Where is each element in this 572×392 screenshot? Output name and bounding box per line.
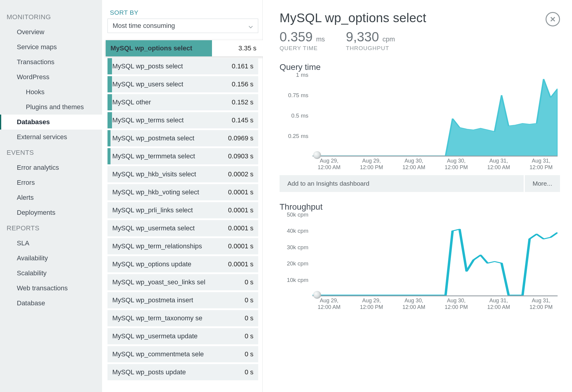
chart-ytick: 0.75 ms	[288, 92, 308, 99]
query-row-label: MySQL wp_term_relationships	[112, 242, 202, 250]
chart-ytick: 0.5 ms	[291, 112, 308, 119]
sidebar-item-errors[interactable]: Errors	[0, 175, 102, 190]
sidebar-item-overview[interactable]: Overview	[0, 25, 102, 40]
chart-ytick: 20k cpm	[287, 260, 308, 267]
query-row-value: 0.156 s	[232, 80, 253, 88]
sidebar-item-database[interactable]: Database	[0, 296, 102, 311]
query-row-value: 0.145 s	[232, 116, 253, 124]
query-time-chart-title: Query time	[280, 62, 560, 72]
sidebar-item-scalability[interactable]: Scalability	[0, 266, 102, 281]
chart-xtick: Aug 29,12:00 PM	[355, 298, 388, 311]
chart-xtick: Aug 29,12:00 PM	[355, 158, 388, 171]
sidebar-item-service-maps[interactable]: Service maps	[0, 40, 102, 55]
sidebar-item-deployments[interactable]: Deployments	[0, 205, 102, 220]
close-button[interactable]	[546, 12, 560, 26]
sidebar-item-web-transactions[interactable]: Web transactions	[0, 281, 102, 296]
query-row-bar	[107, 148, 110, 164]
query-row[interactable]: MySQL wp_commentmeta sele0 s	[107, 346, 258, 362]
chart-ytick: 1 ms	[296, 72, 308, 78]
query-row[interactable]: MySQL wp_yoast_seo_links sel0 s	[107, 274, 258, 290]
query-row-bar	[107, 130, 110, 146]
query-row-value: 0.0001 s	[228, 188, 253, 196]
sidebar-item-hooks[interactable]: Hooks	[0, 85, 102, 100]
query-row-value: 0 s	[245, 332, 253, 340]
query-row[interactable]: MySQL wp_terms select0.145 s	[107, 112, 258, 128]
query-row[interactable]: MySQL other0.152 s	[107, 94, 258, 110]
query-row-bar	[107, 94, 112, 110]
metric-throughput-value: 9,330	[346, 29, 379, 44]
insights-more-button[interactable]: More...	[525, 175, 560, 192]
query-row-label: MySQL wp_termmeta select	[112, 152, 195, 160]
query-row-label: MySQL wp_postmeta insert	[112, 296, 193, 304]
chart-xtick: Aug 29,12:00 AM	[313, 298, 346, 311]
query-row-label: MySQL wp_posts select	[112, 62, 183, 70]
sidebar-item-error-analytics[interactable]: Error analytics	[0, 160, 102, 175]
sidebar: MONITORINGOverviewService mapsTransactio…	[0, 0, 102, 392]
metric-throughput: 9,330 cpm THROUGHPUT	[346, 29, 395, 52]
query-time-chart: 1 ms0.75 ms0.5 ms0.25 ms Aug 29,12:00 AM…	[280, 75, 560, 171]
query-row-value: 0.0002 s	[228, 170, 253, 178]
query-row[interactable]: MySQL wp_hkb_visits select0.0002 s	[107, 166, 258, 182]
sort-by-select[interactable]: Most time consuming	[107, 19, 258, 33]
query-row-label: MySQL wp_posts update	[112, 368, 186, 376]
metric-query-time-unit: ms	[316, 35, 325, 43]
chart-ytick: 30k cpm	[287, 244, 308, 251]
query-row-label: MySQL wp_users select	[112, 80, 183, 88]
chart-ytick: 10k cpm	[287, 277, 308, 283]
query-row-value: 3.35 s	[238, 44, 256, 52]
chart-xtick: Aug 30,12:00 PM	[440, 298, 473, 311]
throughput-chart-title: Throughput	[280, 202, 560, 212]
sidebar-item-transactions[interactable]: Transactions	[0, 55, 102, 70]
query-row[interactable]: MySQL wp_posts update0 s	[107, 364, 258, 380]
sidebar-group-title: REPORTS	[0, 220, 102, 236]
sidebar-item-sla[interactable]: SLA	[0, 236, 102, 251]
sort-by-label: SORT BY	[107, 9, 258, 16]
query-row[interactable]: MySQL wp_prli_links select0.0001 s	[107, 202, 258, 218]
chart-xtick: Aug 29,12:00 AM	[313, 158, 346, 171]
metric-throughput-unit: cpm	[383, 35, 395, 43]
query-row[interactable]: MySQL wp_usermeta select0.0001 s	[107, 220, 258, 236]
query-row[interactable]: MySQL wp_options select3.35 s	[106, 40, 264, 56]
query-row-value: 0 s	[245, 296, 253, 304]
metric-query-time: 0.359 ms QUERY TIME	[280, 29, 325, 52]
metric-query-time-value: 0.359	[280, 29, 313, 44]
sort-by-value: Most time consuming	[113, 22, 175, 30]
add-to-insights-button[interactable]: Add to an Insights dashboard	[280, 175, 524, 192]
query-row[interactable]: MySQL wp_posts select0.161 s	[107, 58, 258, 74]
query-row[interactable]: MySQL wp_usermeta update0 s	[107, 328, 258, 344]
query-row[interactable]: MySQL wp_postmeta select0.0969 s	[107, 130, 258, 146]
query-row-label: MySQL wp_term_taxonomy se	[112, 314, 202, 322]
query-row[interactable]: MySQL wp_users select0.156 s	[107, 76, 258, 92]
query-row[interactable]: MySQL wp_postmeta insert0 s	[107, 292, 258, 308]
query-row-label: MySQL wp_yoast_seo_links sel	[112, 278, 205, 286]
sidebar-item-databases[interactable]: Databases	[0, 115, 102, 130]
chart-xtick: Aug 30,12:00 AM	[397, 298, 430, 311]
sidebar-item-external-services[interactable]: External services	[0, 130, 102, 145]
query-row-label: MySQL wp_usermeta select	[112, 224, 195, 232]
metric-throughput-label: THROUGHPUT	[346, 45, 395, 52]
sidebar-item-availability[interactable]: Availability	[0, 251, 102, 266]
insights-bar: Add to an Insights dashboard More...	[280, 175, 560, 192]
sidebar-group-title: MONITORING	[0, 9, 102, 25]
detail-panel: MySQL wp_options select 0.359 ms QUERY T…	[263, 0, 572, 392]
query-row-bar	[107, 76, 112, 92]
throughput-chart: 50k cpm40k cpm30k cpm20k cpm10k cpm Aug …	[280, 215, 560, 311]
query-row[interactable]: MySQL wp_options update0.0001 s	[107, 256, 258, 272]
summary-metrics: 0.359 ms QUERY TIME 9,330 cpm THROUGHPUT	[280, 29, 560, 52]
query-row-value: 0.0001 s	[228, 206, 253, 214]
sidebar-item-plugins-and-themes[interactable]: Plugins and themes	[0, 100, 102, 115]
query-row[interactable]: MySQL wp_hkb_voting select0.0001 s	[107, 184, 258, 200]
query-row-label: MySQL wp_postmeta select	[112, 134, 194, 142]
query-row-label: MySQL wp_hkb_visits select	[112, 170, 196, 178]
query-row-value: 0.0969 s	[228, 134, 253, 142]
chart-xtick: Aug 31,12:00 PM	[525, 158, 558, 171]
query-row[interactable]: MySQL wp_termmeta select0.0903 s	[107, 148, 258, 164]
query-row-value: 0 s	[245, 368, 253, 376]
query-row-value: 0.0001 s	[228, 224, 253, 232]
sidebar-item-wordpress[interactable]: WordPress	[0, 70, 102, 85]
query-row[interactable]: MySQL wp_term_relationships0.0001 s	[107, 238, 258, 254]
chart-xtick: Aug 31,12:00 AM	[482, 158, 515, 171]
query-row[interactable]: MySQL wp_term_taxonomy se0 s	[107, 310, 258, 326]
sidebar-item-alerts[interactable]: Alerts	[0, 190, 102, 205]
query-row-label: MySQL wp_terms select	[112, 116, 184, 124]
